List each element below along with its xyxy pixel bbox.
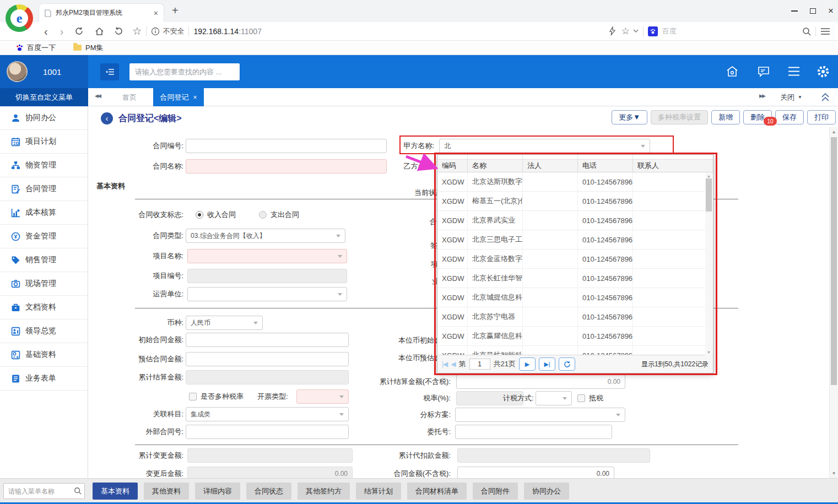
bookmark-pm-folder[interactable]: PM集 — [85, 43, 104, 53]
sidebar-item-material-mgmt[interactable]: 物资管理 — [0, 154, 88, 177]
baidu-search-box[interactable]: 百度 — [648, 26, 677, 36]
estimate-amount-input[interactable] — [186, 352, 349, 366]
multi-tax-checkbox[interactable] — [189, 393, 197, 400]
related-subject-select[interactable]: 集成类 — [186, 407, 349, 421]
switch-custom-menu-button[interactable]: 切换至自定义菜单 — [0, 88, 88, 106]
back-icon[interactable]: ‹ — [44, 26, 48, 37]
menu-icon[interactable] — [820, 28, 830, 35]
collapse-up-icon[interactable] — [821, 93, 830, 102]
invoice-type-select[interactable] — [296, 389, 349, 404]
browser-tab[interactable]: 邦永PM2项目管理系统 × — [39, 3, 164, 22]
next-page-button[interactable]: ▶ — [519, 357, 536, 371]
scrollbar-thumb[interactable] — [706, 178, 712, 212]
scroll-tabs-left-icon[interactable]: ◀◀ — [95, 93, 100, 99]
tab-close-icon[interactable]: × — [154, 9, 158, 18]
sidebar-item-base-data[interactable]: 基础资料 — [0, 343, 88, 367]
bid-plan-select[interactable] — [455, 408, 625, 422]
tab-close-icon[interactable]: × — [193, 94, 197, 101]
bottom-tab-material-list[interactable]: 合同材料清单 — [407, 483, 467, 500]
vertical-scrollbar[interactable]: ▲ ▼ — [829, 127, 838, 478]
home-icon[interactable] — [95, 27, 104, 36]
print-button[interactable]: 打印 — [807, 110, 836, 124]
scroll-up-icon[interactable]: ▲ — [705, 174, 712, 178]
search-icon[interactable] — [802, 27, 811, 36]
scrollbar-thumb[interactable] — [831, 137, 837, 385]
home-portal-icon[interactable] — [726, 65, 739, 78]
external-no-input[interactable] — [186, 425, 349, 439]
column-legal[interactable]: 法人 — [523, 160, 578, 172]
close-tabs-dropdown[interactable]: 关闭▼ — [780, 88, 802, 106]
amount-notax-input[interactable]: 0.00 — [457, 467, 614, 478]
window-maximize-button[interactable] — [810, 8, 816, 14]
scroll-up-icon[interactable]: ▲ — [830, 129, 838, 134]
popup-scrollbar[interactable]: ▲ ▼ — [705, 173, 712, 355]
more-button[interactable]: 更多▼ — [612, 110, 647, 124]
menu-toggle-button[interactable] — [100, 63, 119, 80]
window-minimize-button[interactable] — [791, 10, 798, 12]
first-page-icon[interactable]: |◀ — [442, 360, 447, 368]
bottom-tab-other-info[interactable]: 其他资料 — [144, 483, 189, 500]
hamburger-icon[interactable] — [788, 67, 800, 76]
lightning-icon[interactable] — [609, 26, 616, 36]
global-search-input[interactable] — [129, 63, 240, 80]
security-label[interactable]: 不安全 — [163, 26, 184, 36]
browser-logo-icon[interactable]: e — [6, 4, 33, 32]
gear-icon[interactable] — [817, 65, 830, 78]
table-row[interactable]: XGDW北京三思电子工程010-124567896 — [437, 230, 713, 250]
project-name-select[interactable] — [187, 249, 347, 263]
table-row[interactable]: XGDW北京苏宁电器010-124567896 — [437, 307, 713, 327]
bottom-tab-other-parties[interactable]: 其他签约方 — [298, 483, 350, 500]
refresh-button[interactable] — [559, 357, 575, 371]
sidebar-item-leader-overview[interactable]: 领导总览 — [0, 319, 88, 343]
sidebar-item-business-forms[interactable]: 业务表单 — [0, 367, 88, 391]
tab-contract-registration[interactable]: 合同登记 × — [153, 88, 204, 106]
scroll-down-icon[interactable]: ▼ — [705, 350, 712, 354]
save-button[interactable]: 保存 — [775, 110, 804, 124]
avatar[interactable] — [7, 61, 28, 82]
initial-amount-input[interactable] — [186, 333, 349, 347]
sidebar-item-project-plan[interactable]: 项目计划 — [0, 130, 88, 154]
currency-select[interactable]: 人民币 — [186, 316, 263, 330]
sidebar-item-collab-office[interactable]: 协同办公 — [0, 106, 88, 130]
messages-icon[interactable] — [757, 65, 771, 78]
table-row[interactable]: XGDW北京赢耀信息科技010-124567896 — [437, 327, 713, 346]
menu-search-input[interactable] — [3, 483, 85, 499]
bottom-tab-attachments[interactable]: 合同附件 — [473, 483, 518, 500]
add-button[interactable]: 新增 — [711, 110, 740, 124]
party-a-combo[interactable]: 北 — [439, 139, 650, 153]
scroll-tabs-right-icon[interactable]: ▶▶ — [759, 93, 765, 99]
sidebar-item-site-mgmt[interactable]: 现场管理 — [0, 272, 88, 296]
scroll-down-icon[interactable]: ▼ — [830, 471, 838, 476]
sidebar-item-documents[interactable]: 文档资料 — [0, 296, 88, 319]
table-row[interactable]: XGDW榕基五一(北京)信010-124567896 — [437, 192, 713, 211]
contract-type-select[interactable]: 03.综合业务合同【收入】 — [186, 229, 345, 243]
settled-notax-input[interactable]: 0.00 — [456, 375, 625, 389]
radio-income[interactable] — [196, 211, 203, 219]
bookmark-baidu[interactable]: 百度一下 — [27, 43, 56, 53]
chevron-down-icon[interactable] — [633, 29, 639, 33]
bookmark-star-icon[interactable]: ☆ — [132, 26, 142, 36]
sidebar-item-sales-mgmt[interactable]: 销售管理 — [0, 248, 88, 272]
radio-expense[interactable] — [259, 211, 267, 219]
bottom-tab-contract-status[interactable]: 合同状态 — [246, 483, 291, 500]
tax-deduct-checkbox[interactable] — [577, 394, 585, 402]
bottom-tab-collab-office[interactable]: 协同办公 — [524, 483, 569, 500]
page-number-input[interactable] — [469, 359, 490, 370]
entrust-no-input[interactable] — [455, 425, 612, 439]
prev-page-icon[interactable]: ◀ — [451, 360, 455, 368]
back-button[interactable]: ‹ — [101, 112, 113, 124]
user-block[interactable]: 1001 — [0, 55, 88, 88]
info-icon[interactable] — [151, 27, 160, 36]
tax-method-select[interactable] — [536, 391, 572, 405]
bottom-tab-basic-info[interactable]: 基本资料 — [93, 483, 138, 500]
bottom-tab-settlement-plan[interactable]: 结算计划 — [356, 483, 401, 500]
window-close-button[interactable]: × — [828, 8, 834, 14]
last-page-button[interactable]: ▶| — [539, 357, 555, 371]
table-row[interactable]: XGDW北京长虹佳华智能010-124567896 — [437, 269, 713, 288]
tab-home[interactable]: 首页 — [110, 88, 149, 106]
column-phone[interactable]: 电话 — [578, 160, 633, 172]
table-row[interactable]: XGDW北京界武实业010-124567896 — [437, 211, 713, 230]
new-tab-button[interactable]: + — [172, 4, 179, 17]
address-url[interactable]: 192.168.1.14:11007 — [193, 27, 262, 36]
column-name[interactable]: 名称 — [468, 160, 523, 172]
